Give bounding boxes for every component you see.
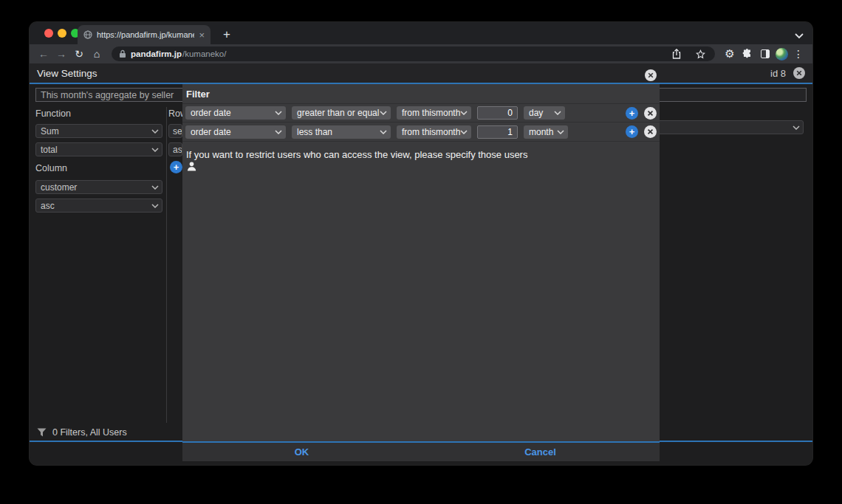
extensions-puzzle-icon[interactable] [740,46,755,61]
function-aggregate-value: Sum [41,126,59,137]
tab-close-icon[interactable]: × [199,30,205,40]
chevron-down-icon [151,204,159,208]
side-panel-icon[interactable] [758,46,773,61]
row-label: Row [168,108,182,119]
lock-icon [119,49,126,58]
filter-value-input[interactable] [477,106,518,120]
row-field-select[interactable]: se [168,124,182,138]
chevron-down-icon [460,130,468,134]
reload-button[interactable]: ↻ [72,44,86,63]
chevron-down-icon [380,130,387,134]
macos-minimize-button[interactable] [58,29,66,38]
filter-field-select[interactable]: order date [185,106,286,120]
filters-summary-row[interactable]: 0 Filters, All Users [37,427,127,438]
row-order-value: as [173,145,182,155]
back-button[interactable]: ← [36,44,51,63]
function-field-select[interactable]: total [35,142,162,156]
page-title: View Settings [37,68,97,79]
new-tab-button[interactable]: + [218,26,236,44]
share-icon[interactable] [669,46,684,61]
filter-operator-value: less than [297,127,332,137]
dialog-close-icon[interactable] [645,69,657,81]
add-filter-button[interactable]: + [626,125,638,138]
filter-base-value: from thismonth [402,108,460,118]
filter-base-select[interactable]: from thismonth [397,106,471,120]
filter-operator-select[interactable]: less than [292,125,391,139]
forward-button[interactable]: → [54,44,69,63]
filter-unit-value: day [529,108,543,118]
ok-button[interactable]: OK [295,446,309,458]
remove-filter-icon[interactable] [644,107,657,120]
filter-operator-select[interactable]: greater than or equal [292,106,391,120]
filter-field-value: order date [191,108,231,118]
url-domain: pandafirm.jp [131,49,182,58]
row-field-value: se [173,126,182,137]
column-order-value: asc [41,201,55,211]
filter-row: order date greater than or equal from th… [182,103,660,122]
function-label: Function [35,108,71,119]
column-field-value: customer [41,182,77,193]
tab-search-chevron-icon[interactable] [795,29,804,42]
function-aggregate-select[interactable]: Sum [35,124,162,138]
filters-summary-text: 0 Filters, All Users [52,427,127,438]
page-content: View Settings id 8 Function Sum total Co [30,63,812,465]
chevron-down-icon [275,130,282,134]
dialog-footer: OK Cancel [182,441,660,461]
filter-base-select[interactable]: from thismonth [397,125,471,139]
macos-close-button[interactable] [44,29,53,38]
filter-field-select[interactable]: order date [185,125,286,139]
filter-base-value: from thismonth [402,127,460,137]
filter-unit-value: month [529,127,553,137]
chevron-down-icon [460,111,468,115]
bookmark-star-icon[interactable] [693,46,708,61]
filter-unit-select[interactable]: day [524,106,565,120]
profile-avatar[interactable] [776,48,788,61]
chevron-down-icon [151,185,159,190]
home-button[interactable]: ⌂ [89,44,104,63]
funnel-icon [37,428,47,437]
chevron-down-icon [380,111,387,115]
browser-menu-icon[interactable]: ⋮ [791,46,806,61]
browser-window: https://pandafirm.jp/kumaneko × + ← → ↻ … [30,22,812,465]
address-bar[interactable]: pandafirm.jp /kumaneko/ [112,46,715,61]
extension-gear-icon[interactable]: ⚙ [722,46,737,61]
add-row-button[interactable]: + [170,161,182,173]
tab-favicon-globe-icon [83,30,92,39]
browser-titlebar: https://pandafirm.jp/kumaneko × + [30,22,812,44]
column-label: Column [35,163,67,173]
screenshot-stage: https://pandafirm.jp/kumaneko × + ← → ↻ … [0,0,842,504]
panel-divider [166,107,167,423]
filter-row: order date less than from thismonth mont… [182,122,660,142]
column-field-select[interactable]: customer [35,180,162,194]
tab-title: https://pandafirm.jp/kumaneko [97,30,194,39]
cancel-button[interactable]: Cancel [524,446,556,458]
filter-dialog-title: Filter [186,89,210,100]
chevron-down-icon [557,130,564,134]
row-order-select[interactable]: as [168,142,182,156]
filter-operator-value: greater than or equal [297,108,379,118]
chevron-down-icon [793,125,800,130]
browser-toolbar: ← → ↻ ⌂ pandafirm.jp /kumaneko/ [30,44,812,63]
function-field-value: total [41,145,58,155]
page-close-icon[interactable] [793,67,805,79]
column-order-select[interactable]: asc [35,199,162,213]
add-filter-button[interactable]: + [626,107,638,120]
chevron-down-icon [151,129,159,134]
chevron-down-icon [275,111,282,115]
filter-value-input[interactable] [477,125,518,139]
chevron-down-icon [151,148,159,152]
filter-field-value: order date [191,127,231,137]
restrict-users-note: If you want to restrict users who can ac… [186,149,527,160]
remove-filter-icon[interactable] [644,125,657,138]
filter-dialog: Filter order date greater than or equal … [182,68,660,461]
filter-unit-select[interactable]: month [524,125,568,139]
chevron-down-icon [554,111,561,115]
browser-tab[interactable]: https://pandafirm.jp/kumaneko × [78,25,210,44]
url-path: /kumaneko/ [182,49,226,58]
dialog-header [182,68,660,84]
record-id-label: id 8 [770,68,786,79]
add-user-icon[interactable] [186,161,198,173]
